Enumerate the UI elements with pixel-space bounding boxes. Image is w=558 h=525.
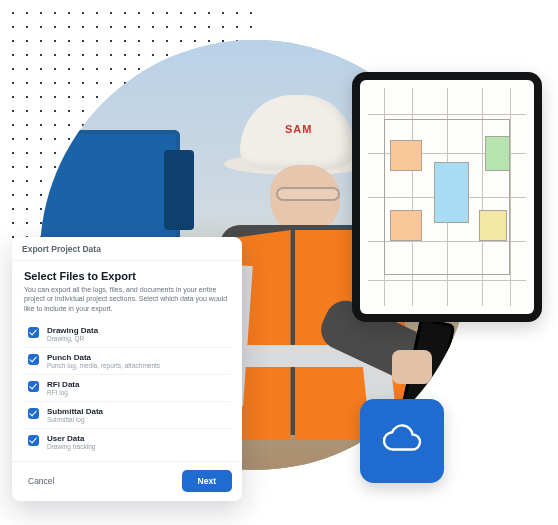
option-desc: Punch log, media, reports, attachments <box>47 362 160 369</box>
dialog-subtitle: You can export all the logs, files, and … <box>24 285 230 313</box>
option-desc: Drawing, QR <box>47 335 98 342</box>
hardhat-label: SAM <box>285 123 312 135</box>
option-punch-data[interactable]: Punch Data Punch log, media, reports, at… <box>24 348 230 375</box>
floorplan-drawing <box>360 80 534 314</box>
option-desc: Submittal log <box>47 416 103 423</box>
cloud-tile <box>360 399 444 483</box>
option-desc: RFI log <box>47 389 79 396</box>
option-label: Drawing Data <box>47 326 98 335</box>
cancel-button[interactable]: Cancel <box>22 472 60 490</box>
option-rfi-data[interactable]: RFI Data RFI log <box>24 375 230 402</box>
option-user-data[interactable]: User Data Drawing tracking <box>24 429 230 455</box>
checkbox-checked-icon[interactable] <box>28 354 39 365</box>
checkbox-checked-icon[interactable] <box>28 408 39 419</box>
dialog-title: Select Files to Export <box>24 270 230 282</box>
cloud-icon <box>378 415 426 467</box>
option-label: Punch Data <box>47 353 160 362</box>
option-drawing-data[interactable]: Drawing Data Drawing, QR <box>24 321 230 348</box>
option-label: User Data <box>47 434 95 443</box>
checkbox-checked-icon[interactable] <box>28 381 39 392</box>
option-submittal-data[interactable]: Submittal Data Submittal log <box>24 402 230 429</box>
option-desc: Drawing tracking <box>47 443 95 450</box>
export-project-data-dialog: Export Project Data Select Files to Expo… <box>12 237 242 501</box>
dialog-header: Export Project Data <box>12 237 242 261</box>
option-label: Submittal Data <box>47 407 103 416</box>
next-button[interactable]: Next <box>182 470 232 492</box>
option-label: RFI Data <box>47 380 79 389</box>
checkbox-checked-icon[interactable] <box>28 327 39 338</box>
floorplan-tablet <box>352 72 542 322</box>
checkbox-checked-icon[interactable] <box>28 435 39 446</box>
